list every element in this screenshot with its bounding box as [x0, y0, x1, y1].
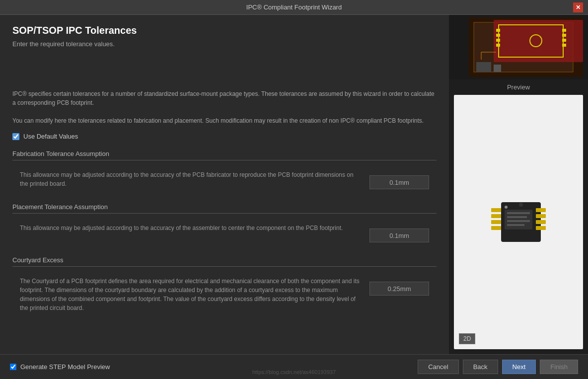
cancel-button[interactable]: Cancel	[418, 360, 458, 374]
placement-desc: This allowance may be adjusted according…	[20, 224, 360, 232]
right-panel: Preview	[449, 79, 588, 354]
svg-rect-6	[496, 34, 500, 37]
next-button[interactable]: Next	[502, 360, 536, 374]
preview-label: Preview	[503, 79, 534, 95]
watermark: https://blog.csdn.net/as460193937	[252, 369, 336, 375]
svg-rect-7	[496, 39, 500, 42]
svg-rect-30	[507, 212, 530, 214]
bottom-bar: Generate STEP Model Preview Cancel Back …	[0, 354, 588, 379]
svg-rect-26	[536, 220, 546, 224]
placement-row: This allowance may be adjusted according…	[12, 220, 437, 246]
preview-2d-button[interactable]: 2D	[459, 333, 475, 344]
svg-rect-3	[494, 20, 583, 62]
svg-rect-15	[494, 65, 501, 72]
step-model-label[interactable]: Generate STEP Model Preview	[20, 363, 110, 371]
divider-3	[12, 266, 437, 267]
ic-chip-svg	[474, 177, 563, 267]
fabrication-row: This allowance may be adjusted according…	[12, 166, 437, 193]
svg-rect-11	[562, 39, 566, 42]
left-panel: IPC® specifies certain tolerances for a …	[0, 79, 449, 354]
divider-1	[12, 160, 437, 160]
page-subtitle: Enter the required tolerance values.	[12, 40, 437, 48]
svg-rect-12	[562, 44, 566, 47]
svg-rect-8	[496, 44, 500, 47]
svg-rect-25	[536, 214, 546, 218]
header-left: SOP/TSOP IPC Tolerances Enter the requir…	[0, 15, 449, 79]
back-button[interactable]: Back	[463, 360, 498, 374]
svg-rect-21	[491, 214, 501, 218]
page-title: SOP/TSOP IPC Tolerances	[12, 25, 437, 36]
svg-point-19	[519, 203, 523, 207]
default-values-row: Use Default Values	[12, 133, 437, 140]
title-bar: IPC® Compliant Footprint Wizard ✕	[0, 0, 588, 15]
svg-rect-20	[491, 208, 501, 212]
svg-rect-9	[562, 29, 566, 32]
fabrication-section-title: Fabrication Tolerance Assumption	[12, 150, 437, 157]
svg-rect-23	[491, 226, 501, 230]
courtyard-row: The Courtyard of a PCB footprint defines…	[12, 273, 437, 316]
svg-rect-24	[536, 208, 546, 212]
courtyard-section-title: Courtyard Excess	[12, 256, 437, 264]
fabrication-desc: This allowance may be adjusted according…	[20, 170, 360, 188]
svg-rect-10	[562, 34, 566, 37]
preview-box: 2D	[454, 95, 583, 349]
placement-section-title: Placement Tolerance Assumption	[12, 203, 437, 211]
svg-rect-14	[476, 62, 491, 72]
svg-rect-5	[496, 29, 500, 32]
svg-rect-22	[491, 220, 501, 224]
courtyard-section: Courtyard Excess The Courtyard of a PCB …	[12, 256, 437, 316]
close-button[interactable]: ✕	[573, 2, 583, 12]
use-default-label[interactable]: Use Default Values	[23, 133, 78, 140]
placement-section: Placement Tolerance Assumption This allo…	[12, 203, 437, 246]
courtyard-input[interactable]	[369, 282, 429, 296]
description-text: IPC® specifies certain tolerances for a …	[12, 89, 437, 125]
svg-rect-32	[507, 220, 530, 222]
courtyard-desc: The Courtyard of a PCB footprint defines…	[20, 277, 360, 312]
bottom-right: Cancel Back Next Finish	[418, 360, 578, 374]
divider-2	[12, 213, 437, 214]
window-title: IPC® Compliant Footprint Wizard	[15, 3, 573, 11]
bottom-left: Generate STEP Model Preview	[10, 363, 110, 371]
fabrication-input[interactable]	[369, 175, 429, 189]
svg-point-28	[505, 206, 508, 209]
step-model-checkbox[interactable]	[10, 364, 16, 370]
finish-button[interactable]: Finish	[540, 360, 578, 374]
svg-rect-27	[536, 226, 546, 230]
header-pcb-art	[449, 15, 588, 79]
svg-rect-33	[507, 224, 524, 226]
svg-rect-31	[507, 216, 527, 218]
fabrication-section: Fabrication Tolerance Assumption This al…	[12, 150, 437, 193]
placement-input[interactable]	[369, 228, 429, 242]
use-default-checkbox[interactable]	[12, 133, 19, 140]
